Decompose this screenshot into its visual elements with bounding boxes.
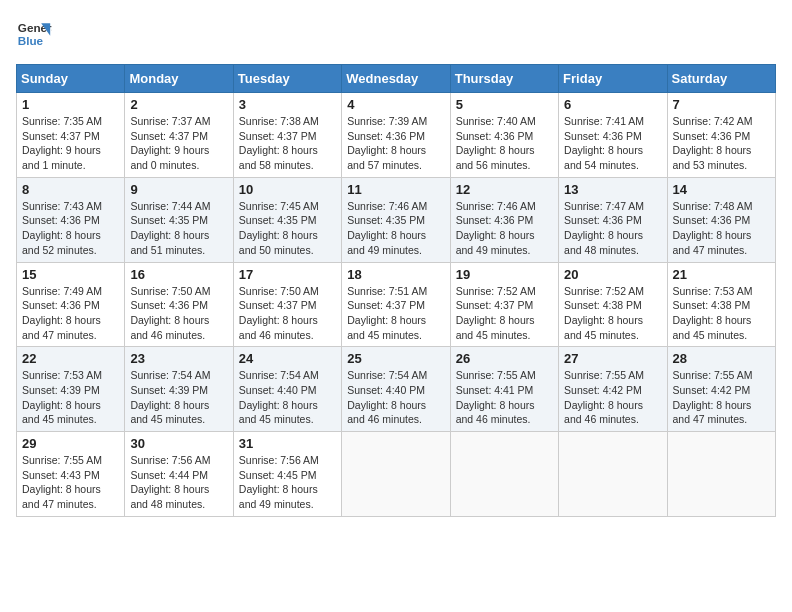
day-number: 9 — [130, 182, 227, 197]
calendar-day-7: 7 Sunrise: 7:42 AMSunset: 4:36 PMDayligh… — [667, 93, 775, 178]
column-header-thursday: Thursday — [450, 65, 558, 93]
column-header-wednesday: Wednesday — [342, 65, 450, 93]
calendar-day-8: 8 Sunrise: 7:43 AMSunset: 4:36 PMDayligh… — [17, 177, 125, 262]
day-number: 30 — [130, 436, 227, 451]
day-number: 7 — [673, 97, 770, 112]
day-number: 25 — [347, 351, 444, 366]
day-info: Sunrise: 7:44 AMSunset: 4:35 PMDaylight:… — [130, 200, 210, 256]
calendar-header-row: SundayMondayTuesdayWednesdayThursdayFrid… — [17, 65, 776, 93]
calendar-day-25: 25 Sunrise: 7:54 AMSunset: 4:40 PMDaylig… — [342, 347, 450, 432]
day-number: 27 — [564, 351, 661, 366]
day-number: 8 — [22, 182, 119, 197]
day-info: Sunrise: 7:54 AMSunset: 4:40 PMDaylight:… — [239, 369, 319, 425]
calendar-day-2: 2 Sunrise: 7:37 AMSunset: 4:37 PMDayligh… — [125, 93, 233, 178]
calendar-day-9: 9 Sunrise: 7:44 AMSunset: 4:35 PMDayligh… — [125, 177, 233, 262]
empty-cell — [559, 432, 667, 517]
calendar-day-29: 29 Sunrise: 7:55 AMSunset: 4:43 PMDaylig… — [17, 432, 125, 517]
day-number: 31 — [239, 436, 336, 451]
day-number: 20 — [564, 267, 661, 282]
day-number: 3 — [239, 97, 336, 112]
day-number: 18 — [347, 267, 444, 282]
day-number: 29 — [22, 436, 119, 451]
column-header-saturday: Saturday — [667, 65, 775, 93]
logo-icon: General Blue — [16, 16, 52, 52]
day-info: Sunrise: 7:54 AMSunset: 4:39 PMDaylight:… — [130, 369, 210, 425]
calendar-day-11: 11 Sunrise: 7:46 AMSunset: 4:35 PMDaylig… — [342, 177, 450, 262]
day-number: 28 — [673, 351, 770, 366]
day-info: Sunrise: 7:35 AMSunset: 4:37 PMDaylight:… — [22, 115, 102, 171]
day-info: Sunrise: 7:49 AMSunset: 4:36 PMDaylight:… — [22, 285, 102, 341]
day-info: Sunrise: 7:55 AMSunset: 4:43 PMDaylight:… — [22, 454, 102, 510]
day-number: 13 — [564, 182, 661, 197]
column-header-monday: Monday — [125, 65, 233, 93]
day-info: Sunrise: 7:47 AMSunset: 4:36 PMDaylight:… — [564, 200, 644, 256]
day-number: 16 — [130, 267, 227, 282]
day-number: 4 — [347, 97, 444, 112]
calendar-day-31: 31 Sunrise: 7:56 AMSunset: 4:45 PMDaylig… — [233, 432, 341, 517]
day-number: 21 — [673, 267, 770, 282]
calendar-week-1: 1 Sunrise: 7:35 AMSunset: 4:37 PMDayligh… — [17, 93, 776, 178]
day-info: Sunrise: 7:50 AMSunset: 4:36 PMDaylight:… — [130, 285, 210, 341]
day-number: 1 — [22, 97, 119, 112]
day-info: Sunrise: 7:56 AMSunset: 4:44 PMDaylight:… — [130, 454, 210, 510]
day-info: Sunrise: 7:46 AMSunset: 4:36 PMDaylight:… — [456, 200, 536, 256]
day-number: 15 — [22, 267, 119, 282]
calendar-day-12: 12 Sunrise: 7:46 AMSunset: 4:36 PMDaylig… — [450, 177, 558, 262]
day-info: Sunrise: 7:53 AMSunset: 4:38 PMDaylight:… — [673, 285, 753, 341]
calendar-day-6: 6 Sunrise: 7:41 AMSunset: 4:36 PMDayligh… — [559, 93, 667, 178]
calendar-table: SundayMondayTuesdayWednesdayThursdayFrid… — [16, 64, 776, 517]
calendar-day-15: 15 Sunrise: 7:49 AMSunset: 4:36 PMDaylig… — [17, 262, 125, 347]
day-info: Sunrise: 7:45 AMSunset: 4:35 PMDaylight:… — [239, 200, 319, 256]
calendar-day-27: 27 Sunrise: 7:55 AMSunset: 4:42 PMDaylig… — [559, 347, 667, 432]
day-info: Sunrise: 7:55 AMSunset: 4:41 PMDaylight:… — [456, 369, 536, 425]
day-info: Sunrise: 7:40 AMSunset: 4:36 PMDaylight:… — [456, 115, 536, 171]
calendar-day-21: 21 Sunrise: 7:53 AMSunset: 4:38 PMDaylig… — [667, 262, 775, 347]
calendar-day-13: 13 Sunrise: 7:47 AMSunset: 4:36 PMDaylig… — [559, 177, 667, 262]
day-number: 17 — [239, 267, 336, 282]
calendar-day-18: 18 Sunrise: 7:51 AMSunset: 4:37 PMDaylig… — [342, 262, 450, 347]
calendar-day-19: 19 Sunrise: 7:52 AMSunset: 4:37 PMDaylig… — [450, 262, 558, 347]
column-header-friday: Friday — [559, 65, 667, 93]
day-info: Sunrise: 7:55 AMSunset: 4:42 PMDaylight:… — [564, 369, 644, 425]
day-info: Sunrise: 7:53 AMSunset: 4:39 PMDaylight:… — [22, 369, 102, 425]
calendar-day-1: 1 Sunrise: 7:35 AMSunset: 4:37 PMDayligh… — [17, 93, 125, 178]
day-number: 23 — [130, 351, 227, 366]
calendar-day-28: 28 Sunrise: 7:55 AMSunset: 4:42 PMDaylig… — [667, 347, 775, 432]
calendar-week-3: 15 Sunrise: 7:49 AMSunset: 4:36 PMDaylig… — [17, 262, 776, 347]
calendar-day-24: 24 Sunrise: 7:54 AMSunset: 4:40 PMDaylig… — [233, 347, 341, 432]
day-number: 12 — [456, 182, 553, 197]
day-info: Sunrise: 7:42 AMSunset: 4:36 PMDaylight:… — [673, 115, 753, 171]
day-info: Sunrise: 7:54 AMSunset: 4:40 PMDaylight:… — [347, 369, 427, 425]
calendar-day-30: 30 Sunrise: 7:56 AMSunset: 4:44 PMDaylig… — [125, 432, 233, 517]
page-header: General Blue — [16, 16, 776, 52]
day-info: Sunrise: 7:43 AMSunset: 4:36 PMDaylight:… — [22, 200, 102, 256]
day-info: Sunrise: 7:50 AMSunset: 4:37 PMDaylight:… — [239, 285, 319, 341]
day-info: Sunrise: 7:52 AMSunset: 4:37 PMDaylight:… — [456, 285, 536, 341]
day-info: Sunrise: 7:51 AMSunset: 4:37 PMDaylight:… — [347, 285, 427, 341]
day-number: 10 — [239, 182, 336, 197]
day-number: 5 — [456, 97, 553, 112]
calendar-week-2: 8 Sunrise: 7:43 AMSunset: 4:36 PMDayligh… — [17, 177, 776, 262]
day-number: 2 — [130, 97, 227, 112]
column-header-sunday: Sunday — [17, 65, 125, 93]
calendar-day-20: 20 Sunrise: 7:52 AMSunset: 4:38 PMDaylig… — [559, 262, 667, 347]
column-header-tuesday: Tuesday — [233, 65, 341, 93]
calendar-day-17: 17 Sunrise: 7:50 AMSunset: 4:37 PMDaylig… — [233, 262, 341, 347]
day-number: 6 — [564, 97, 661, 112]
day-info: Sunrise: 7:37 AMSunset: 4:37 PMDaylight:… — [130, 115, 210, 171]
empty-cell — [342, 432, 450, 517]
calendar-day-5: 5 Sunrise: 7:40 AMSunset: 4:36 PMDayligh… — [450, 93, 558, 178]
day-number: 19 — [456, 267, 553, 282]
empty-cell — [450, 432, 558, 517]
calendar-day-4: 4 Sunrise: 7:39 AMSunset: 4:36 PMDayligh… — [342, 93, 450, 178]
day-info: Sunrise: 7:55 AMSunset: 4:42 PMDaylight:… — [673, 369, 753, 425]
calendar-week-5: 29 Sunrise: 7:55 AMSunset: 4:43 PMDaylig… — [17, 432, 776, 517]
day-number: 14 — [673, 182, 770, 197]
calendar-week-4: 22 Sunrise: 7:53 AMSunset: 4:39 PMDaylig… — [17, 347, 776, 432]
day-info: Sunrise: 7:39 AMSunset: 4:36 PMDaylight:… — [347, 115, 427, 171]
calendar-day-3: 3 Sunrise: 7:38 AMSunset: 4:37 PMDayligh… — [233, 93, 341, 178]
day-info: Sunrise: 7:48 AMSunset: 4:36 PMDaylight:… — [673, 200, 753, 256]
day-info: Sunrise: 7:56 AMSunset: 4:45 PMDaylight:… — [239, 454, 319, 510]
empty-cell — [667, 432, 775, 517]
day-number: 24 — [239, 351, 336, 366]
